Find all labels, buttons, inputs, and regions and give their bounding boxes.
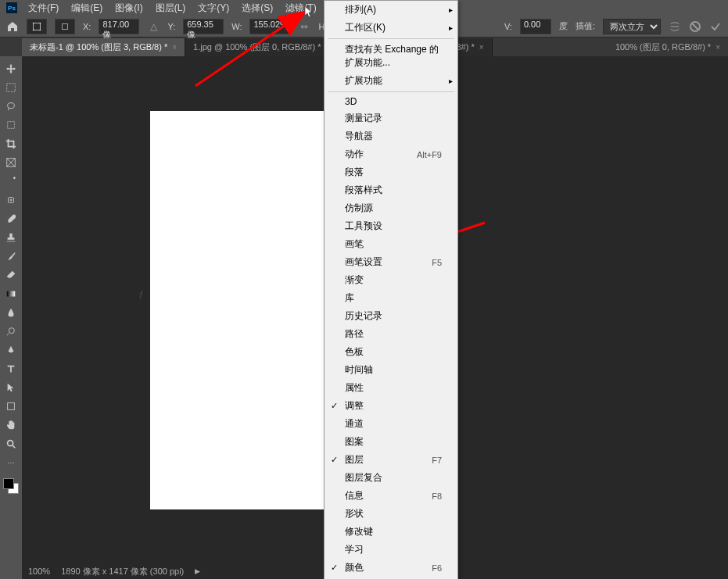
doc-info: 1890 像素 x 1417 像素 (300 ppi): [61, 566, 184, 577]
path-select-tool[interactable]: [2, 378, 20, 397]
type-tool[interactable]: [2, 359, 20, 378]
triangle-icon[interactable]: △: [147, 20, 160, 33]
menu-item-29[interactable]: 形状: [325, 505, 457, 523]
svg-rect-0: [34, 23, 41, 30]
close-icon[interactable]: ×: [479, 43, 484, 52]
ruler-mark: f: [139, 289, 142, 302]
fg-color[interactable]: [3, 478, 14, 489]
menu-item-18[interactable]: 历史记录: [325, 307, 457, 325]
chevron-right-icon[interactable]: ▶: [195, 567, 200, 575]
marquee-tool[interactable]: [2, 78, 20, 97]
cancel-icon[interactable]: [689, 20, 701, 33]
w-input[interactable]: 155.02%: [249, 19, 290, 34]
menu-item-23[interactable]: ✓调整: [325, 397, 457, 415]
menu-select[interactable]: 选择(S): [235, 0, 279, 16]
zoom-tool[interactable]: [2, 434, 20, 453]
y-input[interactable]: 659.35 像: [183, 19, 224, 34]
menu-item-22[interactable]: 属性: [325, 379, 457, 397]
shape-tool[interactable]: [2, 397, 20, 416]
menu-item-1[interactable]: 工作区(K): [325, 19, 457, 37]
transform-origin-icon[interactable]: [55, 19, 75, 34]
frame-tool[interactable]: [2, 153, 20, 172]
menu-item-14[interactable]: 画笔: [325, 235, 457, 253]
menu-file[interactable]: 文件(F): [22, 0, 65, 16]
svg-point-3: [33, 29, 34, 30]
tab-doc-1[interactable]: 未标题-1 @ 100% (图层 3, RGB/8) *×: [22, 38, 185, 56]
menu-item-30[interactable]: 修改键: [325, 523, 457, 541]
menu-item-label: 属性: [345, 381, 364, 395]
stamp-tool[interactable]: [2, 228, 20, 247]
color-swatches[interactable]: [3, 478, 19, 494]
brush-tool[interactable]: [2, 209, 20, 228]
menu-item-24[interactable]: 通道: [325, 415, 457, 433]
history-brush-tool[interactable]: [2, 247, 20, 266]
hand-tool[interactable]: [2, 416, 20, 434]
menu-item-32[interactable]: ✓颜色F6: [325, 559, 457, 577]
x-input[interactable]: 817.00 像: [99, 19, 139, 34]
menu-image[interactable]: 图像(I): [109, 0, 149, 16]
menu-item-8[interactable]: 导航器: [325, 127, 457, 145]
menu-item-3[interactable]: 查找有关 Exchange 的扩展功能...: [325, 41, 457, 72]
quick-select-tool[interactable]: [2, 116, 20, 134]
edit-toolbar[interactable]: ⋯: [2, 453, 20, 472]
tab-label: 未标题-1 @ 100% (图层 3, RGB/8) *: [30, 41, 167, 53]
menu-item-label: 时间轴: [345, 363, 373, 377]
warp-icon[interactable]: [669, 20, 681, 33]
menu-item-19[interactable]: 路径: [325, 325, 457, 343]
zoom-level[interactable]: 100%: [28, 566, 50, 576]
deg-label: 度: [559, 20, 568, 32]
menu-item-25[interactable]: 图案: [325, 433, 457, 451]
menu-item-12[interactable]: 仿制源: [325, 199, 457, 217]
menu-item-20[interactable]: 色板: [325, 343, 457, 361]
move-tool[interactable]: [2, 59, 20, 78]
home-icon[interactable]: [6, 20, 19, 33]
menu-item-0[interactable]: 排列(A): [325, 1, 457, 19]
eyedropper-tool[interactable]: [2, 172, 20, 191]
commit-icon[interactable]: [709, 20, 722, 33]
menu-item-9[interactable]: 动作Alt+F9: [325, 145, 457, 163]
dodge-tool[interactable]: [2, 322, 20, 341]
menu-item-label: 扩展功能: [345, 74, 382, 88]
transform-reference-icon[interactable]: [27, 19, 47, 34]
menu-item-27[interactable]: 图层复合: [325, 469, 457, 487]
menu-item-15[interactable]: 画笔设置F5: [325, 253, 457, 271]
lasso-tool[interactable]: [2, 97, 20, 116]
menu-edit[interactable]: 编辑(E): [65, 0, 109, 16]
menu-item-label: 段落: [345, 166, 364, 179]
eraser-tool[interactable]: [2, 266, 20, 284]
close-icon[interactable]: ×: [172, 43, 177, 52]
interp-select[interactable]: 两次立方: [603, 19, 661, 34]
healing-tool[interactable]: [2, 191, 20, 209]
blur-tool[interactable]: [2, 303, 20, 322]
menu-item-13[interactable]: 工具预设: [325, 217, 457, 235]
menu-item-26[interactable]: ✓图层F7: [325, 451, 457, 469]
menu-item-16[interactable]: 渐变: [325, 271, 457, 289]
menu-item-17[interactable]: 库: [325, 289, 457, 307]
check-icon: ✓: [331, 401, 338, 411]
tab-doc-4[interactable]: 100% (图层 0, RGB/8#) *×: [608, 38, 728, 56]
menu-filter[interactable]: 滤镜(T): [279, 0, 322, 16]
menu-item-6[interactable]: 3D: [325, 94, 457, 109]
menu-item-label: 信息: [345, 489, 364, 502]
menu-item-7[interactable]: 测量记录: [325, 109, 457, 127]
v-input[interactable]: 0.00: [520, 19, 551, 34]
canvas[interactable]: [150, 111, 330, 509]
menu-item-4[interactable]: 扩展功能: [325, 72, 457, 90]
menu-type[interactable]: 文字(Y): [192, 0, 235, 16]
close-icon[interactable]: ×: [715, 43, 720, 52]
menu-item-label: 排列(A): [345, 3, 376, 16]
link-wh-icon[interactable]: ⇔: [298, 20, 310, 33]
menu-item-28[interactable]: 信息F8: [325, 487, 457, 505]
crop-tool[interactable]: [2, 134, 20, 153]
menu-layer[interactable]: 图层(L): [149, 0, 192, 16]
menu-item-11[interactable]: 段落样式: [325, 181, 457, 199]
menu-item-31[interactable]: 学习: [325, 541, 457, 559]
menu-shortcut: F6: [432, 563, 442, 573]
menu-item-10[interactable]: 段落: [325, 163, 457, 181]
pen-tool[interactable]: [2, 341, 20, 359]
toolbox: ⋯: [0, 56, 22, 563]
tab-doc-2[interactable]: 1.jpg @ 100% (图层 0, RGB/8#) *×: [185, 38, 339, 56]
gradient-tool[interactable]: [2, 284, 20, 303]
menu-item-label: 渐变: [345, 273, 364, 287]
menu-item-21[interactable]: 时间轴: [325, 361, 457, 379]
